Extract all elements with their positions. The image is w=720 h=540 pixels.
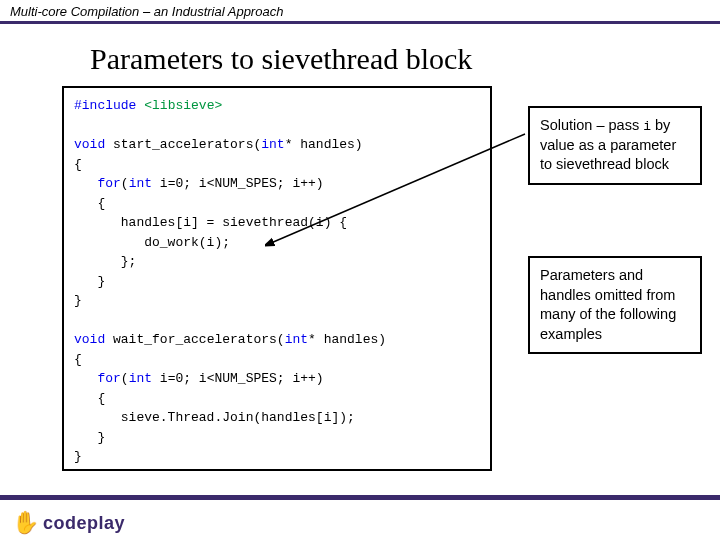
brand-logo: ✋ codeplay: [12, 510, 125, 536]
code-keyword: for: [74, 176, 121, 191]
code-text: {: [74, 157, 82, 172]
callout-note: Parameters and handles omitted from many…: [528, 256, 702, 354]
code-text: };: [74, 254, 136, 269]
code-text: i=0; i<NUM_SPES; i++): [152, 176, 324, 191]
callout-text: Parameters and handles omitted from many…: [540, 267, 676, 342]
code-text: sieve.Thread.Join(handles[i]);: [74, 410, 355, 425]
code-text: {: [74, 196, 105, 211]
code-listing: #include <libsieve> void start_accelerat…: [62, 86, 492, 471]
code-text: do_work(i);: [74, 235, 230, 250]
slide-title: Parameters to sievethread block: [90, 42, 720, 76]
code-text: {: [74, 352, 82, 367]
code-text: * handles): [308, 332, 386, 347]
code-keyword: void: [74, 137, 105, 152]
code-keyword: int: [261, 137, 284, 152]
callout-mono: i: [643, 119, 651, 134]
code-text: }: [74, 293, 82, 308]
code-text: i=0; i<NUM_SPES; i++): [152, 371, 324, 386]
code-keyword: int: [285, 332, 308, 347]
code-text: handles[i] = sievethread(i) {: [74, 215, 347, 230]
brand-name: codeplay: [43, 513, 125, 534]
code-text: * handles): [285, 137, 363, 152]
code-text: }: [74, 430, 105, 445]
code-text: }: [74, 274, 105, 289]
code-keyword: #include: [74, 98, 136, 113]
callout-solution: Solution – pass i by value as a paramete…: [528, 106, 702, 185]
callout-text: Solution – pass: [540, 117, 643, 133]
hand-icon: ✋: [12, 510, 39, 536]
code-keyword: for: [74, 371, 121, 386]
code-include-path: <libsieve>: [144, 98, 222, 113]
code-keyword: void: [74, 332, 105, 347]
code-keyword: int: [129, 371, 152, 386]
code-text: wait_for_accelerators(: [105, 332, 284, 347]
code-text: {: [74, 391, 105, 406]
footer-divider: [0, 495, 720, 500]
main-content: #include <libsieve> void start_accelerat…: [0, 86, 720, 486]
code-text: start_accelerators(: [105, 137, 261, 152]
code-text: (: [121, 176, 129, 191]
code-text: }: [74, 449, 82, 464]
code-keyword: int: [129, 176, 152, 191]
header-tagline: Multi-core Compilation – an Industrial A…: [0, 0, 720, 21]
header-divider: [0, 21, 720, 24]
code-text: (: [121, 371, 129, 386]
